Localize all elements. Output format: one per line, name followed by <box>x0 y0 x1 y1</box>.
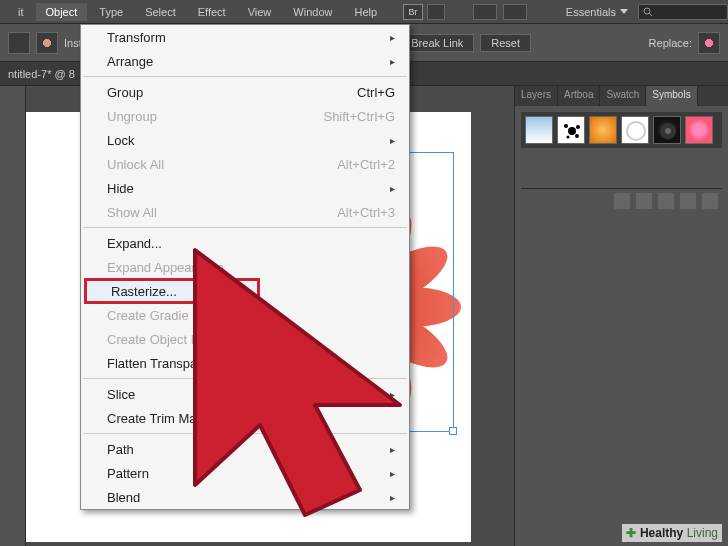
symbol-swatch-1[interactable] <box>557 116 585 144</box>
menu-item-expand[interactable]: Expand... <box>81 231 409 255</box>
menu-item-create-trim-marks[interactable]: Create Trim Marks <box>81 406 409 430</box>
menu-item-path[interactable]: Path <box>81 437 409 461</box>
svg-point-5 <box>567 136 570 139</box>
layout-toggle-2-icon[interactable] <box>503 4 527 20</box>
tab-layers[interactable]: Layers <box>515 86 558 106</box>
watermark: ✚ Healthy Living <box>622 524 722 542</box>
menu-item-show-all: Show AllAlt+Ctrl+3 <box>81 200 409 224</box>
bridge-icon[interactable]: Br <box>403 4 423 20</box>
symbol-swatch-4[interactable] <box>653 116 681 144</box>
symbol-swatch-3[interactable] <box>621 116 649 144</box>
menu-item-expand-appearance: Expand Appearance <box>81 255 409 279</box>
symbol-options-icon[interactable] <box>658 193 674 209</box>
dropdown-icon[interactable] <box>427 4 445 20</box>
symbol-swatch-2[interactable] <box>589 116 617 144</box>
search-icon <box>643 7 653 17</box>
menu-view[interactable]: View <box>238 3 282 21</box>
tab-artboards[interactable]: Artboa <box>558 86 600 106</box>
svg-point-4 <box>576 125 580 129</box>
menu-item-hide[interactable]: Hide <box>81 176 409 200</box>
tools-panel[interactable] <box>0 86 26 546</box>
chevron-down-icon <box>620 9 628 14</box>
svg-point-2 <box>568 127 576 135</box>
menu-item-pattern[interactable]: Pattern <box>81 461 409 485</box>
menu-item-create-gradie: Create Gradie <box>81 303 409 327</box>
menu-effect[interactable]: Effect <box>188 3 236 21</box>
workspace-switcher[interactable]: Essentials <box>558 3 636 21</box>
menu-item-slice[interactable]: Slice <box>81 382 409 406</box>
menu-type[interactable]: Type <box>89 3 133 21</box>
main-menubar: it Object Type Select Effect View Window… <box>0 0 728 24</box>
menu-item-lock[interactable]: Lock <box>81 128 409 152</box>
new-symbol-icon[interactable] <box>680 193 696 209</box>
menu-item-flatten-transparency[interactable]: Flatten Transparency <box>81 351 409 375</box>
menu-window[interactable]: Window <box>283 3 342 21</box>
menu-item-arrange[interactable]: Arrange <box>81 49 409 73</box>
object-menu-dropdown: TransformArrangeGroupCtrl+GUngroupShift+… <box>80 24 410 510</box>
symbol-instance-icon <box>36 32 58 54</box>
search-input[interactable] <box>638 4 728 20</box>
svg-point-3 <box>564 124 568 128</box>
svg-point-7 <box>627 122 645 140</box>
watermark-brand: Healthy <box>640 526 683 540</box>
document-title: ntitled-7* @ 8 <box>8 68 75 80</box>
replace-label: Replace: <box>649 37 692 49</box>
menu-help[interactable]: Help <box>344 3 387 21</box>
svg-line-1 <box>649 13 652 16</box>
break-link-icon[interactable] <box>636 193 652 209</box>
plus-icon: ✚ <box>626 526 636 540</box>
reset-button[interactable]: Reset <box>480 34 531 52</box>
tab-swatches[interactable]: Swatch <box>600 86 646 106</box>
workspace-label: Essentials <box>566 6 616 18</box>
svg-point-9 <box>665 128 671 134</box>
replace-swatch[interactable] <box>698 32 720 54</box>
menu-item-rasterize[interactable]: Rasterize... <box>85 279 259 303</box>
symbols-panel <box>515 106 728 219</box>
menu-item-transform[interactable]: Transform <box>81 25 409 49</box>
svg-point-6 <box>575 134 579 138</box>
menu-item-ungroup: UngroupShift+Ctrl+G <box>81 104 409 128</box>
menu-edit-partial[interactable]: it <box>8 3 34 21</box>
menu-item-blend[interactable]: Blend <box>81 485 409 509</box>
menu-item-create-object-m: Create Object M <box>81 327 409 351</box>
symbol-swatch-5[interactable] <box>685 116 713 144</box>
no-selection-icon <box>8 32 30 54</box>
symbol-swatch-0[interactable] <box>525 116 553 144</box>
menu-item-group[interactable]: GroupCtrl+G <box>81 80 409 104</box>
menu-select[interactable]: Select <box>135 3 186 21</box>
place-symbol-icon[interactable] <box>614 193 630 209</box>
menu-item-unlock-all: Unlock AllAlt+Ctrl+2 <box>81 152 409 176</box>
watermark-suffix: Living <box>687 526 718 540</box>
panel-tabs: Layers Artboa Swatch Symbols <box>515 86 728 106</box>
tab-symbols[interactable]: Symbols <box>646 86 697 106</box>
right-panel-dock: Layers Artboa Swatch Symbols <box>514 86 728 546</box>
symbols-grid <box>521 112 722 148</box>
menu-object[interactable]: Object <box>36 3 88 21</box>
delete-symbol-icon[interactable] <box>702 193 718 209</box>
layout-toggle-1-icon[interactable] <box>473 4 497 20</box>
break-link-button[interactable]: Break Link <box>400 34 474 52</box>
panel-footer <box>521 188 722 213</box>
